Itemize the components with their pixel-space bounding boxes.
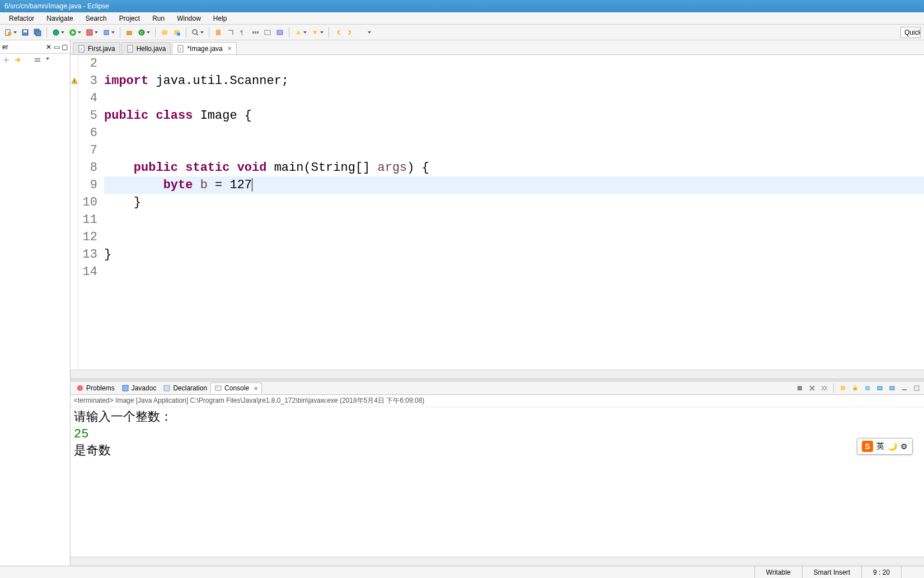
collapse-all-icon[interactable] (2, 56, 10, 64)
scroll-lock-button[interactable] (850, 383, 860, 393)
svg-rect-14 (162, 30, 167, 35)
menu-project[interactable]: Project (114, 13, 146, 24)
console-toolbar (795, 383, 922, 393)
menu-search[interactable]: Search (80, 13, 112, 24)
editor-horizontal-scrollbar[interactable] (71, 370, 924, 379)
search-button[interactable] (190, 27, 200, 38)
remove-launch-button[interactable] (807, 383, 817, 393)
back-button[interactable] (333, 27, 343, 38)
console-horizontal-scrollbar[interactable] (71, 557, 924, 566)
menu-help[interactable]: Help (208, 13, 233, 24)
menu-navigate[interactable]: Navigate (41, 13, 78, 24)
package-explorer-panel: er ✕ ▭ ▢ (0, 40, 71, 566)
tab-label: Declaration (173, 384, 207, 392)
dropdown-icon[interactable] (45, 56, 53, 64)
new-class-button[interactable]: C (137, 27, 147, 38)
tab-declaration[interactable]: Declaration (160, 383, 210, 393)
link-editor-icon[interactable] (13, 56, 21, 64)
svg-point-17 (193, 30, 197, 34)
code-line[interactable] (104, 142, 924, 159)
close-tab-icon[interactable]: ✕ (227, 45, 232, 52)
menu-run[interactable]: Run (147, 13, 170, 24)
code-line[interactable] (104, 90, 924, 107)
code-line[interactable]: } (104, 194, 924, 211)
next-annotation-button[interactable] (293, 27, 303, 38)
toggle-mark-button[interactable] (213, 27, 223, 38)
panel-toolbar (0, 54, 70, 66)
save-all-button[interactable] (32, 27, 43, 38)
maximize-icon[interactable]: ▢ (61, 44, 68, 50)
code-line[interactable] (104, 263, 924, 281)
view-menu-icon[interactable] (34, 56, 41, 64)
code-line[interactable] (104, 124, 924, 142)
menu-refactor[interactable]: Refactor (3, 13, 40, 24)
status-insert-mode: Smart Insert (802, 566, 861, 578)
code-line[interactable] (104, 229, 924, 246)
toggle-word-wrap-button[interactable] (262, 27, 273, 38)
close-tab-icon[interactable]: ✕ (254, 385, 258, 391)
minimize-icon[interactable]: ▭ (53, 44, 60, 50)
svg-rect-52 (841, 386, 845, 390)
display-console-button[interactable] (875, 383, 885, 393)
tab-hello-java[interactable]: J Hello.java (121, 42, 171, 54)
bottom-tab-bar: ! Problems Javadoc Declaration Console ✕ (71, 381, 924, 395)
run-button[interactable] (68, 27, 78, 38)
history-button[interactable] (358, 27, 368, 38)
tab-image-java[interactable]: J *Image.java ✕ (172, 42, 236, 54)
svg-rect-43 (215, 386, 221, 390)
pin-console-button[interactable] (862, 383, 873, 393)
java-file-icon: J (177, 45, 185, 53)
toggle-highlight-button[interactable] (275, 27, 285, 38)
debug-button[interactable] (51, 27, 61, 38)
tab-label: Hello.java (137, 45, 166, 53)
tab-problems[interactable]: ! Problems (73, 383, 118, 393)
code-line[interactable] (104, 211, 924, 229)
svg-rect-45 (798, 386, 802, 390)
new-package-button[interactable] (124, 27, 134, 38)
window-title: 6/src/cn/bamn/Image.java - Eclipse (4, 2, 109, 10)
code-line[interactable]: public class Image { (104, 107, 924, 124)
maximize-panel-icon[interactable] (912, 383, 922, 393)
run-last-button[interactable] (85, 27, 95, 38)
ime-indicator[interactable]: S 英 🌙 ⚙ (857, 438, 913, 455)
svg-line-18 (196, 34, 198, 35)
open-type-button[interactable] (160, 27, 170, 38)
svg-text:J: J (80, 47, 82, 51)
forward-button[interactable] (345, 27, 355, 38)
open-task-button[interactable] (172, 27, 182, 38)
open-console-button[interactable] (887, 383, 897, 393)
code-line[interactable]: import java.util.Scanner; (104, 72, 924, 90)
prev-annotation-button[interactable] (310, 27, 320, 38)
console-line: 是奇数 (74, 443, 921, 460)
tab-javadoc[interactable]: Javadoc (118, 383, 160, 393)
console-output[interactable]: 请输入一个整数：25是奇数 (71, 407, 924, 557)
code-editor[interactable]: ! 234567891011121314 import java.util.Sc… (71, 55, 924, 370)
terminate-button[interactable] (795, 383, 805, 393)
code-line[interactable]: public static void main(String[] args) { (104, 159, 924, 176)
clear-console-button[interactable] (838, 383, 848, 393)
toggle-breadcrumb-button[interactable] (250, 27, 260, 38)
code-line[interactable]: byte b = 127 (104, 176, 924, 194)
toggle-block-button[interactable] (226, 27, 236, 38)
minimize-panel-icon[interactable] (899, 383, 909, 393)
code-line[interactable] (104, 55, 924, 72)
tab-first-java[interactable]: J First.java (73, 42, 120, 54)
menu-window[interactable]: Window (171, 13, 207, 24)
tab-console[interactable]: Console ✕ (210, 383, 262, 394)
svg-text:C: C (140, 30, 143, 35)
save-button[interactable] (20, 27, 30, 38)
remove-all-button[interactable] (819, 383, 829, 393)
editor-area: J First.java J Hello.java J *Image.java … (71, 40, 924, 566)
code-body[interactable]: import java.util.Scanner;public class Im… (101, 55, 924, 370)
svg-rect-9 (87, 30, 92, 35)
code-line[interactable]: } (104, 246, 924, 263)
svg-rect-22 (255, 31, 256, 34)
new-button[interactable] (3, 27, 13, 38)
close-icon[interactable]: ✕ (45, 44, 52, 50)
quick-access-input[interactable]: Quick (900, 27, 921, 38)
console-icon (214, 384, 222, 392)
panel-header: er ✕ ▭ ▢ (0, 40, 70, 54)
show-whitespace-button[interactable]: ¶ (238, 27, 248, 38)
svg-rect-19 (216, 30, 221, 35)
external-tools-button[interactable] (101, 27, 111, 38)
